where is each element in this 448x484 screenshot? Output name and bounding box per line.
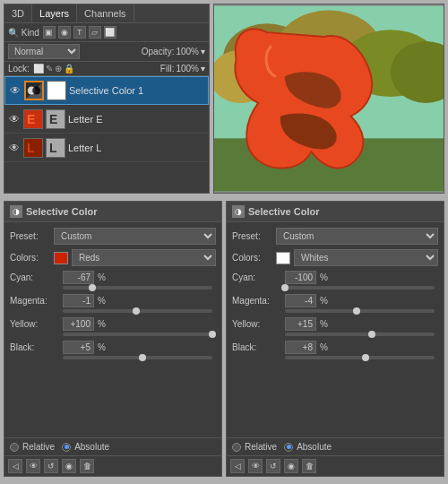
blend-mode-select[interactable]: Normal bbox=[8, 44, 80, 59]
tab-3d[interactable]: 3D bbox=[4, 4, 32, 22]
properties-panel-right: ◑ Selective Color Preset: Custom Colors:… bbox=[226, 201, 444, 477]
text-icon[interactable]: T bbox=[73, 26, 86, 39]
yellow-value-left[interactable] bbox=[63, 317, 94, 331]
layer-item-letter-e[interactable]: 👁 E E Letter E bbox=[4, 105, 209, 134]
adjustment-icon[interactable]: ◉ bbox=[58, 26, 71, 39]
preset-select-left[interactable]: Custom bbox=[54, 228, 216, 245]
cyan-value-right[interactable] bbox=[285, 271, 316, 284]
layer-thumb-e: E bbox=[23, 109, 43, 129]
cyan-value-left[interactable] bbox=[63, 271, 94, 284]
smart-icon[interactable]: ⬜ bbox=[104, 26, 116, 39]
lock-transparent-icon[interactable]: ⬜ bbox=[33, 64, 44, 73]
kind-icons: ▣ ◉ T ▱ ⬜ bbox=[43, 26, 116, 39]
eye-icon-2[interactable]: 👁 bbox=[8, 113, 21, 125]
prop-body-right: Preset: Custom Colors: Whites Cyan: % bbox=[227, 222, 444, 437]
yellow-value-right[interactable] bbox=[285, 317, 316, 331]
eye-icon-1[interactable]: 👁 bbox=[9, 84, 22, 97]
layer-item-selective-color[interactable]: 👁 Selective Color 1 bbox=[4, 76, 209, 105]
svg-text:L: L bbox=[49, 141, 57, 155]
black-track-left[interactable] bbox=[63, 356, 212, 359]
absolute-dot-right[interactable] bbox=[284, 443, 293, 452]
trash-icon-right[interactable]: 🗑 bbox=[302, 459, 316, 473]
preset-select-right[interactable]: Custom bbox=[276, 228, 438, 245]
magenta-label-right: Magenta: bbox=[232, 296, 281, 306]
shape-icon[interactable]: ▱ bbox=[89, 26, 101, 39]
visible-icon-left[interactable]: ◉ bbox=[62, 459, 76, 473]
eye-icon-left[interactable]: 👁 bbox=[26, 459, 40, 473]
black-value-right[interactable] bbox=[285, 341, 316, 354]
preview-image bbox=[213, 4, 444, 194]
black-thumb-left[interactable] bbox=[139, 354, 146, 361]
black-percent-left: % bbox=[98, 342, 106, 352]
layer-name-3: Letter L bbox=[68, 143, 205, 153]
prop-icon-left: ◑ bbox=[10, 205, 22, 218]
magenta-track-left[interactable] bbox=[63, 309, 212, 313]
yellow-slider-right: Yellow: % bbox=[232, 317, 438, 336]
magenta-value-right[interactable] bbox=[285, 294, 316, 307]
prop-header-right: ◑ Selective Color bbox=[227, 202, 444, 222]
magenta-value-left[interactable] bbox=[63, 294, 94, 307]
pixel-icon[interactable]: ▣ bbox=[43, 26, 56, 39]
magenta-slider-left: Magenta: % bbox=[10, 294, 216, 313]
reset-icon-right[interactable]: ↺ bbox=[266, 459, 280, 473]
relative-dot-right[interactable] bbox=[232, 443, 241, 452]
absolute-label-right: Absolute bbox=[297, 442, 332, 452]
eye-icon-3[interactable]: 👁 bbox=[8, 142, 21, 154]
yellow-thumb-right[interactable] bbox=[368, 331, 375, 338]
layer-thumb-l2: L bbox=[46, 138, 65, 158]
magenta-thumb-right[interactable] bbox=[353, 307, 360, 315]
absolute-dot-left[interactable] bbox=[62, 443, 71, 452]
fill-group: Fill: 100% ▾ bbox=[160, 64, 205, 73]
back-icon-left[interactable]: ◁ bbox=[8, 459, 22, 473]
magenta-thumb-left[interactable] bbox=[133, 307, 140, 315]
colors-swatch-left bbox=[54, 252, 68, 264]
cyan-track-left[interactable] bbox=[63, 286, 212, 290]
colors-swatch-right bbox=[276, 252, 290, 264]
prop-footer-right: Relative Absolute bbox=[227, 437, 444, 455]
colors-select-left[interactable]: Reds bbox=[72, 249, 216, 266]
tab-channels[interactable]: Channels bbox=[77, 4, 134, 22]
lock-image-icon[interactable]: ✎ bbox=[46, 64, 53, 73]
magenta-track-right[interactable] bbox=[285, 309, 435, 313]
relative-label-right: Relative bbox=[245, 442, 277, 452]
lock-fill-row: Lock: ⬜ ✎ ⊕ 🔒 Fill: 100% ▾ bbox=[4, 62, 209, 76]
prop-body-left: Preset: Custom Colors: Reds Cyan: % bbox=[4, 222, 221, 437]
layers-kind-row: 🔍 Kind ▣ ◉ T ▱ ⬜ bbox=[4, 23, 209, 42]
yellow-track-right[interactable] bbox=[285, 333, 435, 336]
opacity-arrow[interactable]: ▾ bbox=[201, 47, 205, 56]
preset-row-right: Preset: Custom bbox=[232, 228, 438, 245]
lock-icons: ⬜ ✎ ⊕ 🔒 bbox=[33, 64, 74, 73]
cyan-label-left: Cyan: bbox=[10, 272, 59, 282]
back-icon-right[interactable]: ◁ bbox=[230, 459, 245, 473]
absolute-radio-right[interactable]: Absolute bbox=[284, 442, 332, 452]
black-label-left: Black: bbox=[10, 342, 59, 352]
yellow-track-left[interactable] bbox=[63, 333, 212, 336]
cyan-track-right[interactable] bbox=[285, 286, 435, 290]
lock-all-icon[interactable]: 🔒 bbox=[64, 64, 74, 73]
preset-label-left: Preset: bbox=[10, 231, 50, 241]
trash-icon-left[interactable]: 🗑 bbox=[80, 459, 94, 473]
black-value-left[interactable] bbox=[63, 341, 94, 354]
cyan-thumb-left[interactable] bbox=[89, 284, 96, 291]
layer-thumb-adj bbox=[24, 81, 44, 100]
cyan-thumb-right[interactable] bbox=[281, 284, 289, 291]
relative-radio-left[interactable]: Relative bbox=[10, 442, 55, 452]
lock-position-icon[interactable]: ⊕ bbox=[55, 64, 62, 73]
relative-radio-right[interactable]: Relative bbox=[232, 442, 277, 452]
preset-row-left: Preset: Custom bbox=[10, 228, 216, 245]
absolute-radio-left[interactable]: Absolute bbox=[62, 442, 109, 452]
fill-arrow[interactable]: ▾ bbox=[201, 64, 205, 73]
tab-layers[interactable]: Layers bbox=[32, 4, 77, 22]
yellow-thumb-left[interactable] bbox=[209, 331, 216, 338]
layers-panel: 3D Layers Channels 🔍 Kind ▣ ◉ T ▱ ⬜ Norm… bbox=[4, 4, 210, 194]
reset-icon-left[interactable]: ↺ bbox=[44, 459, 58, 473]
black-track-right[interactable] bbox=[285, 356, 435, 359]
preset-label-right: Preset: bbox=[232, 231, 272, 241]
layer-item-letter-l[interactable]: 👁 L L Letter L bbox=[4, 134, 209, 162]
colors-select-right[interactable]: Whites bbox=[294, 249, 438, 266]
visible-icon-right[interactable]: ◉ bbox=[284, 459, 298, 473]
relative-dot-left[interactable] bbox=[10, 443, 19, 452]
eye-icon-right[interactable]: 👁 bbox=[248, 459, 263, 473]
layer-thumb-l: L bbox=[23, 138, 43, 158]
black-thumb-right[interactable] bbox=[362, 354, 369, 361]
